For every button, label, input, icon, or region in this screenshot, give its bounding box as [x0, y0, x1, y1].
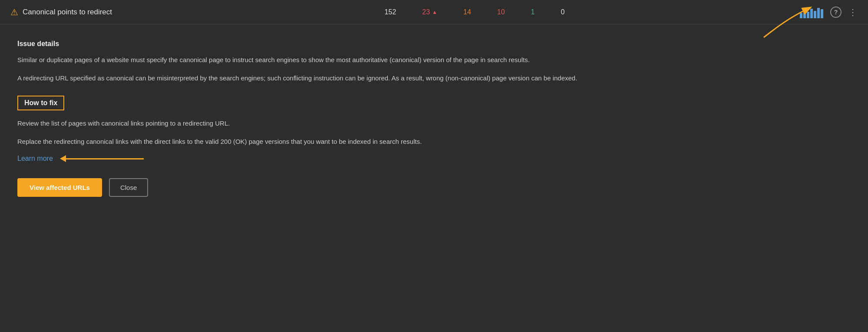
chart-bar	[807, 12, 809, 18]
stat-total: 152	[385, 8, 396, 16]
header-actions: ? ⋮	[800, 6, 858, 18]
arrow-line	[66, 158, 144, 159]
how-to-fix-label: How to fix	[24, 99, 57, 106]
view-affected-urls-button[interactable]: View affected URLs	[17, 178, 102, 197]
header-title-group: ⚠ Canonical points to redirect	[10, 7, 149, 17]
how-to-fix-box: How to fix	[17, 96, 64, 110]
more-menu-icon[interactable]: ⋮	[848, 7, 858, 17]
page-title: Canonical points to redirect	[23, 8, 112, 17]
chart-bar	[821, 9, 823, 18]
chart-bar	[810, 9, 813, 18]
learn-more-arrow	[60, 155, 144, 162]
arrow-head	[60, 155, 66, 162]
header-stats: 152 23 ▲ 14 10 1 0	[149, 8, 800, 16]
fix-paragraph-1: Review the list of pages with canonical …	[17, 118, 677, 129]
content-area: Issue details Similar or duplicate pages…	[0, 24, 695, 212]
help-icon[interactable]: ?	[830, 7, 842, 18]
stat-zero: 0	[561, 8, 564, 16]
learn-more-row: Learn more	[17, 155, 677, 163]
chart-bar	[803, 10, 806, 18]
button-row: View affected URLs Close	[17, 178, 677, 197]
stat-errors-arrow: ▲	[432, 9, 437, 15]
fix-paragraph-2: Replace the redirecting canonical links …	[17, 136, 677, 147]
learn-more-link[interactable]: Learn more	[17, 155, 53, 163]
issue-details-title: Issue details	[17, 40, 677, 48]
stat-warnings: 14	[463, 8, 471, 16]
chart-bar	[800, 13, 802, 18]
stat-green: 1	[531, 8, 535, 16]
header-bar: ⚠ Canonical points to redirect 152 23 ▲ …	[0, 0, 868, 24]
close-button[interactable]: Close	[109, 178, 148, 197]
chart-bar	[814, 11, 816, 18]
stat-errors-value: 23	[422, 8, 430, 16]
chart-icon[interactable]	[800, 6, 823, 18]
stat-notices: 10	[497, 8, 505, 16]
issue-paragraph-2: A redirecting URL specified as canonical…	[17, 73, 677, 83]
stat-errors: 23 ▲	[422, 8, 437, 16]
issue-paragraph-1: Similar or duplicate pages of a website …	[17, 55, 677, 65]
warning-icon: ⚠	[10, 7, 18, 17]
chart-bar	[817, 8, 820, 18]
